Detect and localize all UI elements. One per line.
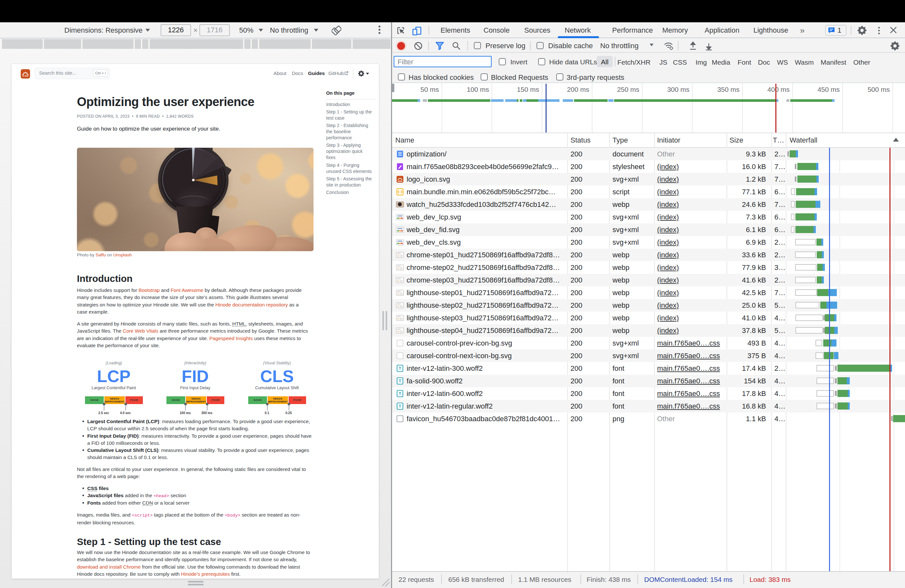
svg-text:T: T bbox=[399, 391, 402, 396]
svg-text:T: T bbox=[399, 378, 402, 383]
svg-text:T: T bbox=[399, 404, 402, 408]
svg-text:T: T bbox=[399, 366, 402, 371]
